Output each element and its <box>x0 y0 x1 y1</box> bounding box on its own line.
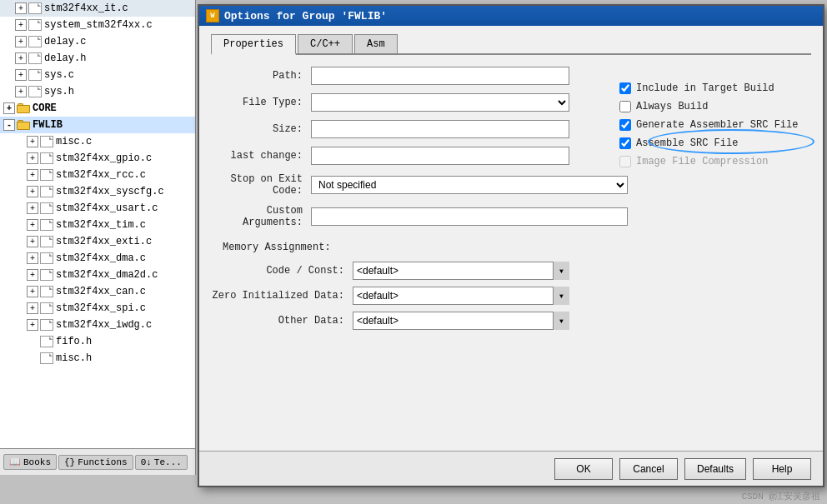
tab-functions[interactable]: {} Functions <box>58 455 133 470</box>
tree-item-label: misc.h <box>56 352 92 364</box>
tree-item-system-stm32f4xx[interactable]: + system_stm32f4xx.c <box>0 17 195 33</box>
tree-expander[interactable]: - <box>3 119 15 131</box>
tree-expander[interactable]: + <box>15 69 27 81</box>
tab-books[interactable]: 📖 Books <box>3 454 57 470</box>
tree-item-misc-c[interactable]: + misc.c <box>0 133 195 150</box>
tree-expander[interactable]: + <box>27 286 38 297</box>
folder-fwlib[interactable]: - FWLIB <box>0 117 195 133</box>
file-icon <box>40 302 53 314</box>
memory-assignment-section: Memory Assignment: Code / Const: <defaul… <box>211 242 811 330</box>
tree-expander[interactable]: + <box>15 19 27 31</box>
other-data-select[interactable]: <default> <box>353 312 569 330</box>
tree-expander[interactable]: + <box>15 36 27 47</box>
custom-args-input[interactable] <box>311 207 628 226</box>
tree-expander[interactable]: + <box>27 186 38 197</box>
tree-item-tim[interactable]: + stm32f4xx_tim.c <box>0 217 195 233</box>
custom-args-label: Custom Arguments: <box>211 205 311 228</box>
tree-item-delay-h[interactable]: + delay.h <box>0 50 195 67</box>
tree-item-syscfg[interactable]: + stm32f4xx_syscfg.c <box>0 183 195 200</box>
tree-item-fifo-h[interactable]: fifo.h <box>0 333 195 350</box>
dialog-titlebar: W Options for Group 'FWLIB' <box>199 6 823 26</box>
tree-expander[interactable]: + <box>27 269 38 281</box>
tree-item-exti[interactable]: + stm32f4xx_exti.c <box>0 233 195 250</box>
image-compression-checkbox[interactable] <box>619 156 631 167</box>
tab-books-label: Books <box>23 457 51 467</box>
assemble-src-label: Assemble SRC File <box>636 137 738 149</box>
cancel-button[interactable]: Cancel <box>619 458 678 480</box>
tree-item-label: misc.c <box>56 136 92 147</box>
tree-item-spi[interactable]: + stm32f4xx_spi.c <box>0 300 195 317</box>
tree-item-stm32f4xx-it[interactable]: + stm32f4xx_it.c <box>0 0 195 17</box>
tab-asm[interactable]: Asm <box>354 34 398 53</box>
tree-item-rcc[interactable]: + stm32f4xx_rcc.c <box>0 167 195 183</box>
other-data-label: Other Data: <box>211 315 353 327</box>
folder-icon <box>17 103 30 113</box>
tree-expander[interactable]: + <box>15 52 27 64</box>
zero-init-data-select-wrap: <default> ▼ <box>353 287 569 305</box>
filetype-select[interactable] <box>311 93 569 112</box>
always-build-checkbox[interactable] <box>619 101 631 112</box>
always-build-row: Always Build <box>619 101 811 112</box>
path-input[interactable] <box>311 67 569 85</box>
tree-item-label: stm32f4xx_gpio.c <box>56 152 152 164</box>
tree-expander[interactable]: + <box>27 219 38 231</box>
tree-item-can[interactable]: + stm32f4xx_can.c <box>0 283 195 300</box>
code-const-select[interactable]: <default> <box>353 262 569 280</box>
file-icon <box>40 219 53 231</box>
tree-item-label: stm32f4xx_exti.c <box>56 236 152 247</box>
tree-item-gpio[interactable]: + stm32f4xx_gpio.c <box>0 150 195 167</box>
tree-expander[interactable]: + <box>3 102 15 114</box>
lastchange-input[interactable] <box>311 147 569 165</box>
tree-expander[interactable]: + <box>15 2 27 14</box>
tree-expander[interactable]: + <box>27 319 38 331</box>
tree-item-sys-c[interactable]: + sys.c <box>0 67 195 83</box>
tree-item-label: stm32f4xx_tim.c <box>56 219 146 231</box>
dialog-body: Properties C/C++ Asm Path: File Type: <box>199 26 823 345</box>
tree-item-label: fifo.h <box>56 336 92 347</box>
defaults-button[interactable]: Defaults <box>684 458 746 480</box>
folder-core[interactable]: + CORE <box>0 100 195 117</box>
tree-expander[interactable]: + <box>27 136 38 147</box>
custom-args-row: Custom Arguments: <box>211 205 811 228</box>
options-dialog: W Options for Group 'FWLIB' Properties C… <box>198 4 824 487</box>
stop-on-exit-label: Stop on Exit Code: <box>211 173 311 197</box>
tab-te[interactable]: 0↓ Te... <box>135 455 188 470</box>
path-label: Path: <box>211 70 311 82</box>
tree-expander[interactable]: + <box>27 236 38 247</box>
tab-cpp[interactable]: C/C++ <box>298 34 353 53</box>
zero-init-data-row: Zero Initialized Data: <default> ▼ <box>211 287 811 305</box>
tree-item-usart[interactable]: + stm32f4xx_usart.c <box>0 200 195 217</box>
image-compression-row: Image File Compression <box>619 156 811 167</box>
tree-item-delay-c[interactable]: + delay.c <box>0 33 195 50</box>
generate-asm-checkbox[interactable] <box>619 119 631 131</box>
folder-icon <box>17 120 30 130</box>
dialog-footer: OK Cancel Defaults Help <box>199 451 823 486</box>
assemble-src-checkbox[interactable] <box>619 137 631 149</box>
functions-icon: {} <box>64 457 75 467</box>
file-icon <box>28 2 42 14</box>
file-icon <box>40 136 53 147</box>
tab-properties[interactable]: Properties <box>211 34 296 55</box>
tree-item-sys-h[interactable]: + sys.h <box>0 83 195 100</box>
tree-expander[interactable]: + <box>27 302 38 314</box>
ok-button[interactable]: OK <box>554 458 613 480</box>
tree-expander[interactable]: + <box>15 86 27 97</box>
always-build-label: Always Build <box>636 101 708 112</box>
tree-expander[interactable]: + <box>27 252 38 264</box>
tree-item-dma[interactable]: + stm32f4xx_dma.c <box>0 250 195 267</box>
dialog-tab-bar: Properties C/C++ Asm <box>211 34 811 55</box>
tree-expander[interactable]: + <box>27 169 38 181</box>
tree-expander[interactable]: + <box>27 202 38 214</box>
size-input[interactable] <box>311 120 569 138</box>
tree-item-misc-h[interactable]: misc.h <box>0 350 195 367</box>
code-const-row: Code / Const: <default> ▼ <box>211 262 811 280</box>
help-button[interactable]: Help <box>753 458 811 480</box>
tree-item-iwdg[interactable]: + stm32f4xx_iwdg.c <box>0 317 195 333</box>
zero-init-data-select[interactable]: <default> <box>353 287 569 305</box>
stop-on-exit-select[interactable]: Not specified <box>311 176 628 194</box>
zero-init-data-label: Zero Initialized Data: <box>211 290 353 302</box>
file-icon <box>28 52 42 64</box>
include-in-target-checkbox[interactable] <box>619 82 631 94</box>
tree-expander[interactable]: + <box>27 152 38 164</box>
tree-item-dma2d[interactable]: + stm32f4xx_dma2d.c <box>0 267 195 283</box>
